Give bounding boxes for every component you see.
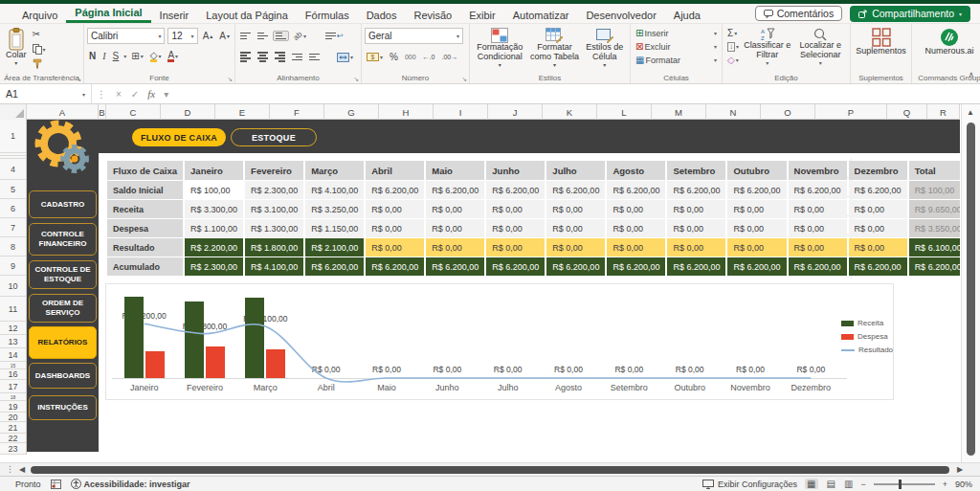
table-total-cell[interactable]: R$ 3.550,00: [909, 219, 960, 237]
insert-function-button[interactable]: fx: [144, 88, 159, 100]
format-as-table-button[interactable]: Formatar como Tabela ▾: [526, 27, 582, 71]
table-cell[interactable]: R$ 0,00: [849, 200, 907, 218]
autosum-button[interactable]: Σ▾: [725, 28, 741, 39]
insert-cells-button[interactable]: ⊞Inserir▾: [634, 28, 719, 39]
table-header-cell[interactable]: Setembro: [667, 161, 725, 180]
row-label[interactable]: Receita: [107, 200, 183, 218]
row-header-16[interactable]: 16: [0, 369, 26, 380]
numerous-button[interactable]: Numerous.ai: [922, 27, 976, 71]
column-header-a[interactable]: A: [27, 104, 99, 120]
table-total-cell[interactable]: R$ 6.200,00: [909, 257, 960, 276]
table-cell[interactable]: R$ 0,00: [667, 219, 725, 237]
zoom-slider[interactable]: [874, 483, 935, 485]
sidebar-item-dashboards[interactable]: DASHBOARDS: [29, 363, 97, 389]
italic-button[interactable]: I: [100, 51, 107, 62]
receita-bar[interactable]: [124, 297, 144, 378]
table-cell[interactable]: R$ 0,00: [727, 200, 786, 218]
number-format-select[interactable]: Geral▾: [365, 28, 463, 44]
increase-font-button[interactable]: A▴: [201, 31, 215, 42]
table-header-cell[interactable]: Dezembro: [849, 161, 907, 180]
menu-tab-dados[interactable]: Dados: [358, 4, 406, 23]
bold-button[interactable]: N: [87, 51, 98, 62]
dialog-launcher-icon[interactable]: ↘: [461, 76, 467, 82]
table-cell[interactable]: R$ 0,00: [849, 219, 907, 237]
column-header-m[interactable]: M: [652, 104, 706, 120]
conditional-formatting-button[interactable]: Formatação Condicional ▾: [473, 27, 526, 71]
formula-input[interactable]: [173, 84, 980, 104]
font-color-button[interactable]: A▾: [166, 51, 180, 62]
row-header-18[interactable]: 18: [0, 393, 26, 401]
table-cell[interactable]: R$ 0,00: [607, 219, 665, 237]
select-all-corner[interactable]: [0, 104, 27, 120]
horizontal-scrollbar[interactable]: ⋮ ◀ ▶: [0, 462, 980, 476]
clear-button[interactable]: ◇▾: [725, 55, 741, 66]
macro-record-icon[interactable]: [51, 480, 61, 489]
row-header-17[interactable]: 17: [0, 380, 26, 393]
table-cell[interactable]: R$ 0,00: [546, 238, 605, 257]
comma-style-button[interactable]: 000: [403, 52, 418, 63]
receita-bar[interactable]: [245, 298, 264, 378]
table-cell[interactable]: R$ 2.300,00: [245, 181, 303, 199]
table-cell[interactable]: R$ 6.200,00: [426, 181, 484, 199]
page-layout-view-button[interactable]: ▤: [827, 479, 835, 489]
paste-button[interactable]: Colar ▾: [3, 27, 30, 71]
table-cell[interactable]: R$ 1.800,00: [245, 238, 303, 257]
table-cell[interactable]: R$ 0,00: [607, 200, 665, 218]
table-cell[interactable]: R$ 0,00: [366, 200, 424, 218]
sheet-tab-fluxo-de-caixa[interactable]: FLUXO DE CAIXA: [132, 128, 226, 146]
table-cell[interactable]: R$ 6.200,00: [849, 257, 907, 276]
column-header-p[interactable]: P: [815, 104, 887, 120]
align-bottom-button[interactable]: [273, 31, 289, 42]
accounting-format-button[interactable]: $ ▾: [365, 52, 385, 63]
table-cell[interactable]: R$ 0,00: [426, 238, 484, 257]
column-header-l[interactable]: L: [597, 104, 652, 120]
table-cell[interactable]: R$ 0,00: [789, 219, 847, 237]
row-header-20[interactable]: 20: [0, 413, 26, 422]
row-header-10[interactable]: 10: [0, 276, 26, 297]
column-header-o[interactable]: O: [761, 104, 815, 120]
row-header-4[interactable]: 4: [0, 159, 26, 180]
sidebar-item-controle-de-estoque[interactable]: CONTROLE DE ESTOQUE: [29, 260, 97, 289]
table-cell[interactable]: R$ 3.100,00: [245, 200, 303, 218]
table-cell[interactable]: R$ 3.300,00: [185, 200, 243, 218]
table-cell[interactable]: R$ 6.200,00: [546, 181, 605, 199]
receita-bar[interactable]: [185, 301, 204, 378]
zoom-level[interactable]: 90%: [955, 480, 972, 489]
collapse-ribbon-button[interactable]: ∧: [968, 70, 974, 79]
table-header-cell[interactable]: Novembro: [789, 161, 847, 180]
column-header-f[interactable]: F: [270, 104, 324, 120]
scroll-right-icon[interactable]: ▶: [957, 465, 963, 474]
table-cell[interactable]: R$ 0,00: [546, 200, 605, 218]
table-cell[interactable]: R$ 3.250,00: [305, 200, 364, 218]
splitter-handle-icon[interactable]: ⋮: [6, 464, 14, 474]
column-header-k[interactable]: K: [543, 104, 597, 120]
table-cell[interactable]: R$ 6.200,00: [789, 257, 847, 276]
table-cell[interactable]: R$ 6.200,00: [667, 181, 725, 199]
table-cell[interactable]: R$ 6.200,00: [727, 181, 786, 199]
delete-cells-button[interactable]: ⊠Excluir▾: [634, 41, 719, 53]
table-cell[interactable]: R$ 6.200,00: [486, 257, 545, 276]
cell-styles-button[interactable]: Estilos de Célula ▾: [583, 27, 627, 71]
dialog-launcher-icon[interactable]: ↘: [76, 76, 81, 82]
align-right-button[interactable]: [273, 52, 287, 62]
table-cell[interactable]: R$ 0,00: [546, 219, 605, 237]
table-cell[interactable]: R$ 0,00: [607, 238, 665, 257]
table-cell[interactable]: R$ 0,00: [789, 200, 847, 218]
column-header-b[interactable]: B: [99, 104, 106, 120]
row-header-1[interactable]: 1: [0, 120, 26, 153]
table-total-cell[interactable]: R$ 100,00: [909, 181, 960, 199]
table-header-cell[interactable]: Março: [305, 161, 364, 180]
table-header-cell[interactable]: Agosto: [607, 161, 665, 180]
menu-tab-formulas[interactable]: Fórmulas: [297, 4, 358, 23]
display-settings-button[interactable]: Exibir Configurações: [702, 480, 797, 489]
column-header-j[interactable]: J: [488, 104, 543, 120]
despesa-bar[interactable]: [145, 351, 165, 378]
cut-button[interactable]: ✂: [31, 29, 48, 40]
comments-button[interactable]: Comentários: [755, 6, 843, 21]
table-cell[interactable]: R$ 0,00: [849, 238, 907, 257]
decrease-indent-button[interactable]: [290, 54, 304, 61]
table-cell[interactable]: R$ 2.200,00: [185, 238, 243, 257]
menu-tab-ajuda[interactable]: Ajuda: [665, 4, 709, 23]
table-cell[interactable]: R$ 0,00: [667, 200, 725, 218]
despesa-bar[interactable]: [266, 349, 285, 378]
